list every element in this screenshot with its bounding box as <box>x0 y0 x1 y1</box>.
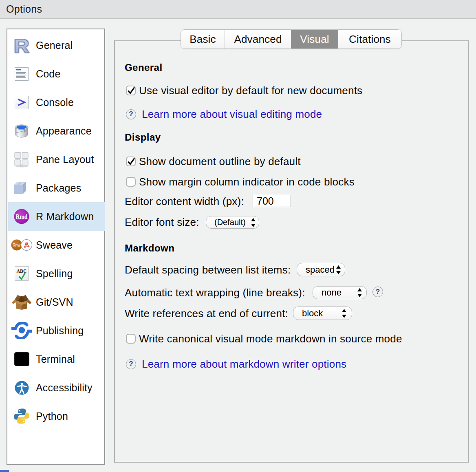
svg-text:Rnw: Rnw <box>13 243 20 247</box>
svg-text:R: R <box>14 37 29 53</box>
svg-text:Rmd: Rmd <box>16 213 28 221</box>
